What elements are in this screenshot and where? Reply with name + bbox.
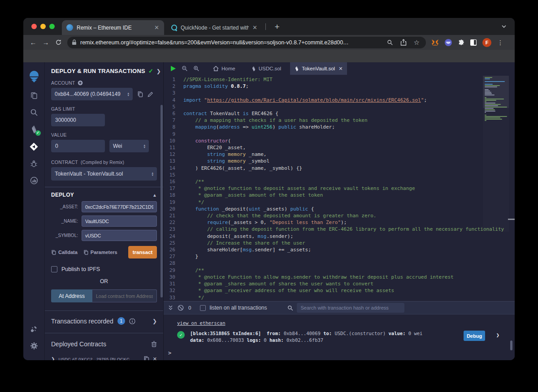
debugger-icon[interactable] bbox=[27, 155, 41, 172]
tab-search-chevron-icon[interactable] bbox=[501, 24, 507, 29]
field-input[interactable] bbox=[82, 230, 157, 241]
tx-log-text: [block:3518865 txIndex:6] from: 0xb84...… bbox=[190, 330, 422, 344]
profile-avatar[interactable]: F bbox=[482, 38, 491, 47]
value-label: VALUE bbox=[51, 132, 67, 138]
window-controls bbox=[31, 24, 55, 29]
value-unit-select[interactable]: Wei ▴▾ bbox=[109, 140, 149, 152]
browser-tab-remix[interactable]: Remix – Ethereum IDE ✕ bbox=[62, 20, 164, 35]
metamask-extension-icon[interactable] bbox=[431, 39, 439, 46]
parameters-label[interactable]: Parameters bbox=[91, 250, 117, 255]
deploy-field-row: _NAME: bbox=[51, 215, 157, 227]
share-icon[interactable] bbox=[400, 39, 407, 46]
copy-parameters-icon[interactable] bbox=[83, 250, 88, 255]
etherscan-link[interactable]: view on etherscan bbox=[177, 320, 225, 326]
bookmark-star-icon[interactable]: ☆ bbox=[414, 39, 420, 47]
deploy-field-row: _SYMBOL: bbox=[51, 230, 157, 241]
trash-icon[interactable] bbox=[151, 341, 157, 347]
panel-check-icon: ✓ bbox=[148, 68, 153, 74]
copy-account-icon[interactable] bbox=[137, 91, 143, 97]
search-icon[interactable] bbox=[387, 39, 393, 46]
extensions-puzzle-icon[interactable] bbox=[458, 39, 464, 46]
statistics-icon[interactable] bbox=[27, 172, 41, 189]
tab-usdc-sol[interactable]: USDC.sol bbox=[247, 62, 286, 75]
transact-button[interactable]: transact bbox=[128, 246, 157, 258]
panel-title: DEPLOY & RUN TRANSACTIONS bbox=[51, 68, 145, 74]
search-icon[interactable] bbox=[27, 104, 41, 121]
run-script-icon[interactable] bbox=[167, 65, 179, 72]
gas-limit-input[interactable] bbox=[51, 114, 105, 126]
or-label: OR bbox=[51, 278, 157, 284]
log-expand-chevron-icon[interactable]: ❯ bbox=[496, 332, 499, 338]
plugin-manager-icon[interactable] bbox=[27, 321, 41, 337]
transactions-count-badge: 1 bbox=[117, 317, 125, 325]
forward-button[interactable]: → bbox=[39, 39, 52, 46]
publish-ipfs-checkbox[interactable] bbox=[51, 266, 57, 272]
editor-minimap[interactable] bbox=[483, 76, 509, 232]
maximize-window-button[interactable] bbox=[49, 24, 55, 29]
at-address-input[interactable] bbox=[92, 289, 157, 302]
tab-home[interactable]: Home bbox=[208, 62, 240, 75]
expand-chevron-icon[interactable]: ❯ bbox=[152, 318, 157, 324]
edit-account-icon[interactable] bbox=[148, 91, 153, 97]
terminal-scrollbar[interactable] bbox=[510, 340, 512, 350]
value-input[interactable] bbox=[51, 140, 105, 152]
account-select[interactable]: 0xb84...40069 (0.04694149 ▴▾ bbox=[51, 88, 133, 100]
new-tab-button[interactable]: + bbox=[271, 21, 283, 33]
at-address-button[interactable]: At Address bbox=[51, 289, 92, 302]
deploy-section-header[interactable]: DEPLOY ▲ bbox=[51, 192, 157, 198]
transactions-recorded-row[interactable]: Transactions recorded 1 ❯ bbox=[51, 317, 157, 325]
terminal-search-input[interactable] bbox=[297, 303, 404, 313]
close-window-button[interactable] bbox=[31, 24, 37, 29]
copy-calldata-icon[interactable] bbox=[51, 250, 56, 255]
info-icon[interactable] bbox=[129, 318, 135, 324]
wallet-extension-icon[interactable] bbox=[445, 39, 452, 46]
deploy-field-row: _ASSET: bbox=[51, 201, 157, 212]
reload-button[interactable] bbox=[52, 39, 65, 46]
minimize-window-button[interactable] bbox=[40, 24, 46, 29]
deploy-run-icon[interactable] bbox=[27, 138, 41, 155]
close-tab-icon[interactable]: ✕ bbox=[252, 24, 257, 31]
editor-scroll-dash[interactable] bbox=[508, 219, 515, 220]
field-input[interactable] bbox=[82, 215, 157, 227]
solidity-compiler-icon[interactable]: ✓ bbox=[27, 121, 41, 138]
contract-select[interactable]: TokenVault - TokenVault.sol ▴▾ bbox=[51, 167, 157, 181]
zoom-in-icon[interactable] bbox=[191, 65, 202, 72]
settings-gear-icon[interactable] bbox=[27, 338, 41, 354]
terminal-prompt[interactable]: > bbox=[168, 350, 171, 356]
close-tab-icon[interactable]: ✕ bbox=[154, 24, 159, 31]
clear-console-icon[interactable] bbox=[178, 305, 184, 311]
copy-contract-icon[interactable] bbox=[143, 356, 149, 360]
close-tab-icon[interactable]: ✕ bbox=[338, 66, 343, 72]
file-explorer-icon[interactable] bbox=[27, 87, 41, 103]
bookmarks-bar bbox=[23, 50, 515, 62]
collapse-terminal-icon[interactable] bbox=[168, 305, 173, 310]
stepper-icon: ▴▾ bbox=[152, 172, 153, 176]
remix-logo[interactable] bbox=[27, 67, 41, 86]
zoom-out-icon[interactable] bbox=[179, 65, 191, 72]
terminal: 0 listen on all transactions view on eth… bbox=[164, 301, 515, 360]
collapse-chevron-icon[interactable]: ▲ bbox=[152, 193, 157, 198]
compile-success-badge: ✓ bbox=[35, 130, 41, 136]
back-button[interactable]: ← bbox=[27, 39, 39, 46]
field-input[interactable] bbox=[82, 201, 157, 212]
deployed-contract-label: USDC AT 0XCC2...29765 (BLOCKC bbox=[58, 357, 139, 361]
add-account-icon[interactable] bbox=[78, 80, 83, 86]
calldata-label[interactable]: Calldata bbox=[58, 250, 78, 255]
panel-chevron-icon[interactable]: ❯ bbox=[156, 68, 161, 74]
remove-contract-icon[interactable]: ✕ bbox=[153, 356, 157, 361]
panel-scrollbar[interactable] bbox=[161, 105, 163, 297]
code-editor[interactable]: 1//SPDX-License-Identifier: MIT2pragma s… bbox=[164, 75, 515, 301]
pending-tx-count: 0 bbox=[188, 305, 191, 310]
expand-contract-chevron-icon[interactable]: ❯ bbox=[51, 357, 55, 361]
debug-button[interactable]: Debug bbox=[464, 331, 485, 341]
deployed-contract-row[interactable]: ❯ USDC AT 0XCC2...29765 (BLOCKC ✕ bbox=[51, 356, 157, 360]
tx-success-icon: ✓ bbox=[177, 331, 185, 339]
side-panel-icon[interactable] bbox=[470, 39, 477, 46]
address-bar[interactable]: remix.ethereum.org/#optimize=false&runs=… bbox=[67, 37, 426, 48]
browser-menu-icon[interactable]: ⋮ bbox=[497, 39, 503, 46]
listen-all-checkbox[interactable] bbox=[200, 305, 206, 311]
browser-toolbar: ← → remix.ethereum.org/#optimize=false&r… bbox=[23, 35, 515, 50]
browser-tab-quicknode[interactable]: QuickNode - Get started with s ✕ bbox=[167, 20, 262, 35]
tab-tokenvault-sol[interactable]: TokenVault.sol ✕ bbox=[290, 62, 347, 75]
editor-tabbar: Home USDC.sol TokenVault.sol ✕ bbox=[164, 62, 515, 75]
